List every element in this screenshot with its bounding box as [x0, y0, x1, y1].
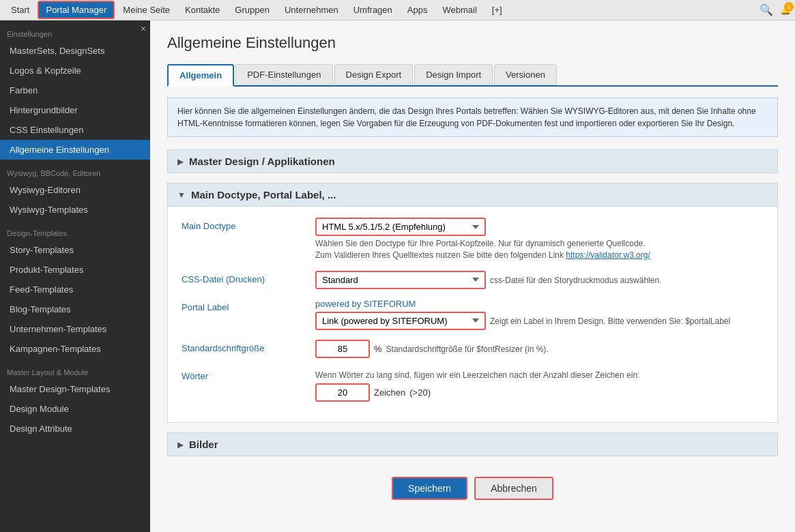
top-nav-right: 🔍 🔔 1 — [760, 3, 791, 16]
woerter-unit: Zeichen — [374, 387, 405, 398]
sidebar-item-farben[interactable]: Farben — [0, 80, 150, 100]
validator-link[interactable]: https://validator.w3.org/ — [566, 250, 650, 260]
top-navigation: Start Portal Manager Meine Seite Kontakt… — [0, 0, 795, 20]
form-row-portal-label: Portal Label powered by SITEFORUM Link (… — [182, 299, 764, 330]
woerter-label: Wörter — [182, 368, 304, 381]
sidebar-item-allgemeine-einstellungen[interactable]: Allgemeine Einstellungen — [0, 140, 150, 160]
notification-icon[interactable]: 🔔 1 — [780, 5, 791, 15]
schriftgroesse-input[interactable] — [315, 340, 370, 358]
info-text: Hier können Sie die allgemeinen Einstell… — [177, 106, 756, 128]
sidebar-item-unternehmen-templates[interactable]: Unternehmen-Templates — [0, 319, 150, 339]
schriftgroesse-control: % Standardschriftgröße für $fontResizer … — [315, 340, 764, 358]
schriftgroesse-label: Standardschriftgröße — [182, 340, 304, 353]
sidebar: × Einstellungen MasterSets, DesignSets L… — [0, 20, 150, 532]
css-datei-control: Standard css-Datei für den Storydruckmod… — [315, 271, 764, 289]
schriftgroesse-hint: Standardschriftgröße für $fontResizer (i… — [386, 344, 549, 355]
sidebar-close-button[interactable]: × — [141, 23, 146, 34]
woerter-row: Zeichen (>20) — [315, 383, 764, 402]
main-doctype-hint2: Zum Validieren Ihres Quelltextes nutzen … — [315, 250, 564, 260]
portal-label-control: powered by SITEFORUM Link (powered by SI… — [315, 299, 764, 330]
button-bar: Speichern Abbrechen — [167, 466, 778, 500]
section-doctype: ▼ Main Doctype, Portal Label, ... Main D… — [167, 183, 778, 423]
css-datei-hint: css-Datei für den Storydruckmodus auswäh… — [490, 275, 661, 286]
info-box: Hier können Sie die allgemeinen Einstell… — [167, 98, 778, 137]
form-row-css-datei: CSS-Datei (Drucken) Standard css-Datei f… — [182, 271, 764, 289]
sidebar-item-blog-templates[interactable]: Blog-Templates — [0, 299, 150, 319]
sidebar-item-kampagnen-templates[interactable]: Kampagnen-Templates — [0, 339, 150, 359]
nav-webmail[interactable]: Webmail — [435, 2, 483, 18]
main-doctype-select[interactable]: HTML 5.x/5.1/5.2 (Empfehlung) HTML 4.01 … — [315, 218, 486, 236]
woerter-hint: Wenn Wörter zu lang sind, fügen wir ein … — [315, 370, 764, 381]
sidebar-item-feed-templates[interactable]: Feed-Templates — [0, 280, 150, 299]
nav-kontakte[interactable]: Kontakte — [178, 2, 227, 18]
form-row-schriftgroesse: Standardschriftgröße % Standardschriftgr… — [182, 340, 764, 358]
sidebar-item-wysiwyg-templates[interactable]: Wysiwyg-Templates — [0, 200, 150, 220]
section-bilder-header[interactable]: ▶ Bilder — [167, 432, 778, 456]
sidebar-einstellungen-label: Einstellungen — [0, 20, 150, 41]
nav-unternehmen[interactable]: Unternehmen — [278, 2, 345, 18]
sidebar-design-templates-label: Design-Templates — [0, 220, 150, 240]
main-doctype-control: HTML 5.x/5.1/5.2 (Empfehlung) HTML 4.01 … — [315, 218, 764, 261]
section-master-title: Master Design / Applikationen — [189, 156, 335, 167]
section-doctype-chevron: ▼ — [177, 190, 186, 200]
nav-umfragen[interactable]: Umfragen — [347, 2, 399, 18]
css-datei-select[interactable]: Standard — [315, 271, 486, 289]
tab-versionen[interactable]: Versionen — [494, 64, 557, 85]
nav-start[interactable]: Start — [4, 2, 36, 18]
portal-label-label: Portal Label — [182, 299, 304, 312]
sidebar-master-layout-label: Master Layout & Module — [0, 359, 150, 379]
sidebar-item-mastersets[interactable]: MasterSets, DesignSets — [0, 41, 150, 61]
save-button[interactable]: Speichern — [392, 477, 467, 500]
tab-bar: Allgemein PDF-Einstellungen Design Expor… — [167, 64, 778, 87]
section-master-header[interactable]: ▶ Master Design / Applikationen — [167, 149, 778, 173]
nav-meine-seite[interactable]: Meine Seite — [116, 2, 177, 18]
sidebar-item-logos[interactable]: Logos & Kopfzeile — [0, 61, 150, 80]
main-doctype-label: Main Doctype — [182, 218, 304, 231]
sidebar-item-css[interactable]: CSS Einstellungen — [0, 120, 150, 140]
page-title: Allgemeine Einstellungen — [167, 34, 778, 52]
css-datei-row: Standard css-Datei für den Storydruckmod… — [315, 271, 764, 289]
section-doctype-body: Main Doctype HTML 5.x/5.1/5.2 (Empfehlun… — [167, 207, 778, 423]
section-doctype-header[interactable]: ▼ Main Doctype, Portal Label, ... — [167, 183, 778, 207]
schriftgroesse-unit: % — [374, 344, 382, 354]
portal-label-select[interactable]: Link (powered by SITEFORUM) Text (powere… — [315, 312, 486, 330]
nav-apps[interactable]: Apps — [401, 2, 435, 18]
content-area: Allgemeine Einstellungen Allgemein PDF-E… — [150, 20, 795, 532]
portal-label-row: Link (powered by SITEFORUM) Text (powere… — [315, 312, 764, 330]
section-doctype-title: Main Doctype, Portal Label, ... — [191, 189, 336, 201]
sidebar-item-design-attribute[interactable]: Design Attribute — [0, 419, 150, 439]
tab-pdf-einstellungen[interactable]: PDF-Einstellungen — [235, 64, 332, 85]
sidebar-item-design-module[interactable]: Design Module — [0, 399, 150, 419]
portal-label-hint: Zeigt ein Label in Ihrem Design. Bitte v… — [490, 316, 730, 327]
woerter-suffix: (>20) — [409, 387, 431, 398]
portal-label-text: powered by SITEFORUM — [315, 299, 764, 309]
notification-badge: 1 — [784, 2, 794, 12]
section-master-chevron: ▶ — [177, 157, 184, 166]
form-row-woerter: Wörter Wenn Wörter zu lang sind, fügen w… — [182, 368, 764, 402]
main-doctype-hint: Wählen Sie den Doctype für Ihre Portal-K… — [315, 238, 764, 261]
sidebar-item-story-templates[interactable]: Story-Templates — [0, 240, 150, 260]
woerter-control: Wenn Wörter zu lang sind, fügen wir ein … — [315, 368, 764, 402]
css-datei-label: CSS-Datei (Drucken) — [182, 271, 304, 284]
main-layout: × Einstellungen MasterSets, DesignSets L… — [0, 20, 795, 532]
schriftgroesse-row: % Standardschriftgröße für $fontResizer … — [315, 340, 764, 358]
tab-allgemein[interactable]: Allgemein — [167, 64, 234, 87]
section-master-design: ▶ Master Design / Applikationen — [167, 149, 778, 173]
woerter-input[interactable] — [315, 383, 370, 402]
sidebar-item-wysiwyg-editoren[interactable]: Wysiwyg-Editoren — [0, 180, 150, 200]
section-bilder-chevron: ▶ — [177, 440, 184, 449]
sidebar-item-master-design-templates[interactable]: Master Design-Templates — [0, 379, 150, 399]
section-bilder: ▶ Bilder — [167, 432, 778, 456]
sidebar-item-produkt-templates[interactable]: Produkt-Templates — [0, 260, 150, 280]
sidebar-item-hintergrundbilder[interactable]: Hintergrundbilder — [0, 100, 150, 120]
search-icon[interactable]: 🔍 — [760, 3, 773, 16]
sidebar-wysiwyg-label: Wysiwyg, BBCode, Editoren — [0, 160, 150, 180]
cancel-button[interactable]: Abbrechen — [474, 477, 553, 500]
nav-portal-manager[interactable]: Portal Manager — [38, 1, 115, 19]
section-bilder-title: Bilder — [189, 439, 218, 450]
main-doctype-hint1: Wählen Sie den Doctype für Ihre Portal-K… — [315, 239, 646, 248]
nav-gruppen[interactable]: Gruppen — [228, 2, 276, 18]
tab-design-export[interactable]: Design Export — [334, 64, 414, 85]
nav-plus[interactable]: [+] — [485, 2, 509, 18]
tab-design-import[interactable]: Design Import — [414, 64, 493, 85]
